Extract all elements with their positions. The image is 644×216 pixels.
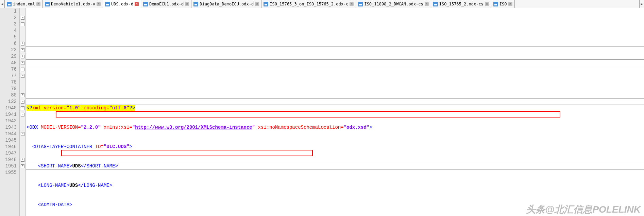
disk-icon [264, 2, 268, 6]
code-line: <ADMIN-DATA> [27, 202, 644, 208]
fold-collapse-icon[interactable]: − [21, 22, 24, 26]
tab-file[interactable]: index.xml✕ [5, 0, 43, 8]
tab-label: DiagData_DemoECU.odx-d [200, 2, 254, 6]
line-number: 1955 [0, 169, 17, 176]
line-number: 1944 [0, 131, 17, 137]
line-number: 80 [0, 92, 17, 98]
fold-expand-icon[interactable]: + [21, 158, 24, 162]
close-icon[interactable]: ✕ [350, 2, 354, 6]
line-number: 5 [0, 34, 17, 40]
line-number: 78 [0, 79, 17, 86]
disk-icon [193, 2, 198, 6]
tab-label: ISO_11898_2_DWCAN.odx-cs [364, 2, 423, 6]
code-editor: 1234562329487677787980122194019411942194… [0, 8, 644, 216]
close-icon[interactable]: ✕ [425, 2, 429, 6]
tab-file[interactable]: DemoVehicle1.odx-v✕ [43, 0, 103, 8]
tab-label: DemoECU1.odx-d [149, 2, 184, 6]
code-line: <?xml version="1.0" encoding="utf-8"?> [27, 105, 644, 111]
tab-scroll-left-icon[interactable]: ◀ [0, 0, 5, 8]
disk-icon [358, 2, 363, 6]
tab-file[interactable]: ISO_15765_2.odx-cs✕ [431, 0, 491, 8]
close-icon[interactable]: ✕ [485, 2, 489, 6]
tab-label: ISO [499, 2, 507, 6]
disk-icon [45, 2, 50, 6]
line-number: 1946 [0, 144, 17, 150]
line-number-gutter: 1234562329487677787980122194019411942194… [0, 8, 20, 216]
fold-collapse-icon[interactable]: − [21, 132, 24, 136]
close-icon[interactable]: ✕ [185, 2, 189, 6]
tab-label: UDS.odx-d [111, 2, 133, 6]
fold-collapse-icon[interactable]: − [21, 113, 24, 116]
tab-bar: ◀ index.xml✕DemoVehicle1.odx-v✕UDS.odx-d… [0, 0, 644, 8]
line-number: 1943 [0, 124, 17, 131]
disk-icon [493, 2, 498, 6]
line-number: 76 [0, 66, 17, 73]
line-number: 48 [0, 60, 17, 66]
code-line: <LONG-NAME>UDS</LONG-NAME> [27, 182, 644, 189]
disk-icon [143, 2, 148, 6]
tab-file[interactable]: ISO_11898_2_DWCAN.odx-cs✕ [356, 0, 431, 8]
disk-icon [7, 2, 12, 6]
code-area[interactable]: <?xml version="1.0" encoding="utf-8"?> <… [26, 8, 644, 216]
line-number: 122 [0, 98, 17, 105]
tab-label: ISO_15765_3_on_ISO_15765_2.odx-c [270, 2, 348, 6]
tab-file[interactable]: ISO_15765_3_on_ISO_15765_2.odx-c✕ [261, 0, 356, 8]
tab-label: DemoVehicle1.odx-v [51, 2, 95, 6]
line-number: 1942 [0, 118, 17, 124]
fold-collapse-icon[interactable]: − [21, 106, 24, 110]
tab-file[interactable]: ISO✕ [491, 0, 515, 8]
fold-collapse-icon[interactable]: − [21, 74, 24, 78]
fold-expand-icon[interactable]: + [21, 48, 24, 52]
disk-icon [433, 2, 438, 6]
close-icon[interactable]: ✕ [36, 2, 40, 6]
fold-gutter: −−++++−−+−−−−++ [20, 8, 26, 216]
line-number: 77 [0, 73, 17, 79]
close-icon[interactable]: ✕ [255, 2, 259, 6]
highlight-box-request-ref [61, 150, 313, 156]
fold-expand-icon[interactable]: + [21, 42, 24, 46]
code-line: <DIAG-LAYER-CONTAINER ID="DLC.UDS"> [27, 144, 644, 150]
code-line: <ODX MODEL-VERSION="2.2.0" xmlns:xsi="ht… [27, 124, 644, 131]
close-icon[interactable]: ✕ [135, 2, 139, 6]
line-number: 23 [0, 47, 17, 53]
line-number: 6 [0, 40, 17, 47]
line-number: 1945 [0, 137, 17, 144]
line-number: 29 [0, 53, 17, 60]
tab-scroll-right-icon[interactable]: ▶ [639, 0, 644, 8]
tab-file[interactable]: UDS.odx-d✕ [103, 0, 141, 8]
tab-file[interactable]: DiagData_DemoECU.odx-d✕ [191, 0, 261, 8]
fold-expand-icon[interactable]: + [21, 61, 24, 65]
fold-expand-icon[interactable]: + [21, 55, 24, 58]
close-icon[interactable]: ✕ [508, 2, 512, 6]
line-number: 1 [0, 8, 17, 15]
tab-file[interactable]: DemoECU1.odx-d✕ [141, 0, 191, 8]
disk-icon [105, 2, 110, 6]
tab-label: ISO_15765_2.odx-cs [439, 2, 484, 6]
line-number: 1947 [0, 150, 17, 157]
line-number: 1940 [0, 105, 17, 111]
line-number: 1948 [0, 157, 17, 163]
fold-expand-icon[interactable]: + [21, 164, 24, 168]
line-number: 3 [0, 21, 17, 28]
tab-label: index.xml [13, 2, 35, 6]
close-icon[interactable]: ✕ [97, 2, 101, 6]
line-number: 1941 [0, 111, 17, 118]
highlight-box-diag-service [56, 111, 560, 118]
fold-collapse-icon[interactable]: − [21, 16, 24, 20]
line-number: 1951 [0, 163, 17, 169]
fold-expand-icon[interactable]: + [21, 93, 24, 97]
code-line: <SHORT-NAME>UDS</SHORT-NAME> [27, 163, 644, 169]
line-number: 4 [0, 28, 17, 34]
line-number: 79 [0, 86, 17, 92]
fold-collapse-icon[interactable]: − [21, 100, 24, 104]
fold-collapse-icon[interactable]: − [21, 68, 24, 71]
line-number: 2 [0, 15, 17, 21]
